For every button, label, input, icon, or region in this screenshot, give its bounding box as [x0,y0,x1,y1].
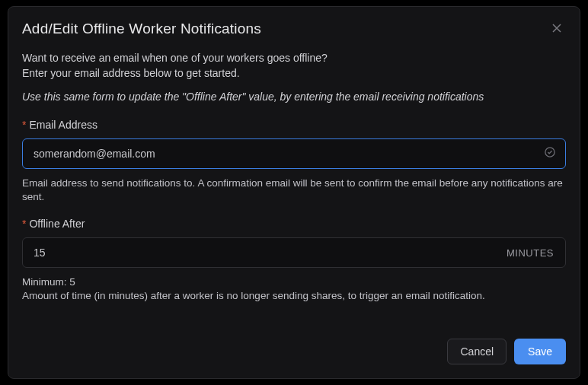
email-field-group: *Email Address Email address to send not… [22,119,566,204]
offline-label-text: Offline After [29,218,85,230]
email-label: *Email Address [22,119,566,131]
modal-title: Add/Edit Offline Worker Notifications [22,21,261,37]
minutes-suffix: MINUTES [507,247,554,259]
intro-text-1: Want to receive an email when one of you… [22,51,566,66]
modal-header: Add/Edit Offline Worker Notifications [8,7,580,45]
offline-field-group: *Offline After MINUTES Minimum: 5 Amount… [22,218,566,303]
close-button[interactable] [549,21,564,37]
offline-after-input[interactable] [22,237,566,268]
offline-help-text: Minimum: 5 Amount of time (in minutes) a… [22,275,566,303]
email-label-text: Email Address [29,119,97,131]
modal-dialog: Add/Edit Offline Worker Notifications Wa… [8,6,580,379]
offline-help-body: Amount of time (in minutes) after a work… [22,290,485,301]
offline-input-wrapper: MINUTES [22,237,566,268]
offline-label: *Offline After [22,218,566,230]
modal-body: Want to receive an email when one of you… [8,45,580,328]
email-help-text: Email address to send notifications to. … [22,177,566,204]
required-indicator: * [22,218,26,230]
email-input[interactable] [22,138,566,169]
cancel-button[interactable]: Cancel [447,339,507,364]
intro-text-2: Enter your email address below to get st… [22,66,566,81]
italic-note: Use this same form to update the "Offlin… [22,90,566,105]
modal-footer: Cancel Save [8,328,580,378]
minimum-label: Minimum: 5 [22,276,75,288]
close-icon [552,23,561,35]
email-input-wrapper [22,138,566,169]
save-button[interactable]: Save [514,339,566,364]
check-circle-icon [545,147,555,161]
required-indicator: * [22,119,26,131]
